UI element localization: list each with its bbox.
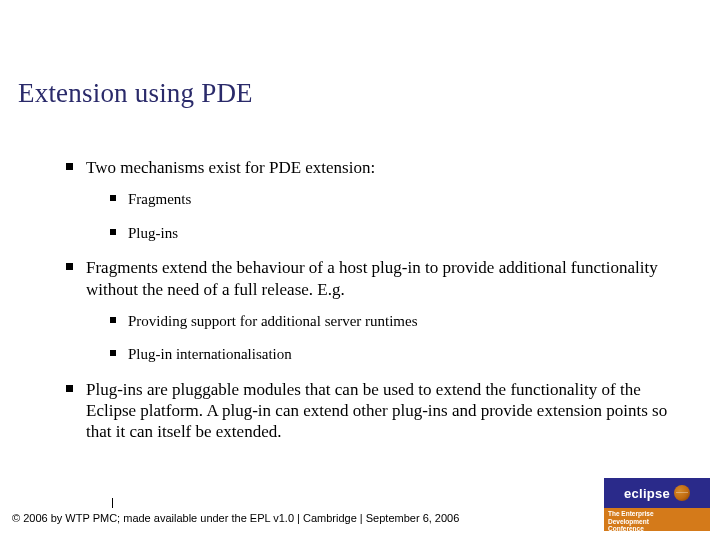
sub-bullet-item: Plug-ins (110, 224, 674, 244)
bullet-item: Fragments extend the behaviour of a host… (66, 257, 674, 365)
sub-bullet-item: Providing support for additional server … (110, 312, 674, 332)
logo-brand-text: eclipse (624, 486, 670, 501)
bullet-text: Providing support for additional server … (128, 313, 418, 329)
bullet-text: Plug-ins (128, 225, 178, 241)
bullet-text: Fragments (128, 191, 191, 207)
slide: Extension using PDE Two mechanisms exist… (0, 0, 720, 443)
logo-tagline-line: Development (608, 518, 706, 526)
sub-bullet-item: Plug-in internationalisation (110, 345, 674, 365)
bullet-text: Fragments extend the behaviour of a host… (86, 258, 658, 298)
bullet-item: Plug-ins are pluggable modules that can … (66, 379, 674, 443)
sub-bullet-item: Fragments (110, 190, 674, 210)
slide-body: Two mechanisms exist for PDE extension: … (18, 157, 702, 443)
logo-tagline-line: Conference (608, 525, 706, 533)
logo-tagline-line: The Enterprise (608, 510, 706, 518)
bullet-item: Two mechanisms exist for PDE extension: … (66, 157, 674, 243)
bullet-text: Plug-in internationalisation (128, 346, 292, 362)
slide-title: Extension using PDE (18, 78, 702, 109)
bullet-text: Plug-ins are pluggable modules that can … (86, 380, 667, 442)
eclipse-world-logo: eclipse The Enterprise Development Confe… (604, 478, 710, 532)
bullet-text: Two mechanisms exist for PDE extension: (86, 158, 375, 177)
footer-copyright: © 2006 by WTP PMC; made available under … (12, 512, 459, 524)
footer-divider (112, 498, 113, 508)
logo-top: eclipse (604, 478, 710, 508)
logo-tagline: The Enterprise Development Conference (604, 508, 710, 531)
globe-icon (674, 485, 690, 501)
